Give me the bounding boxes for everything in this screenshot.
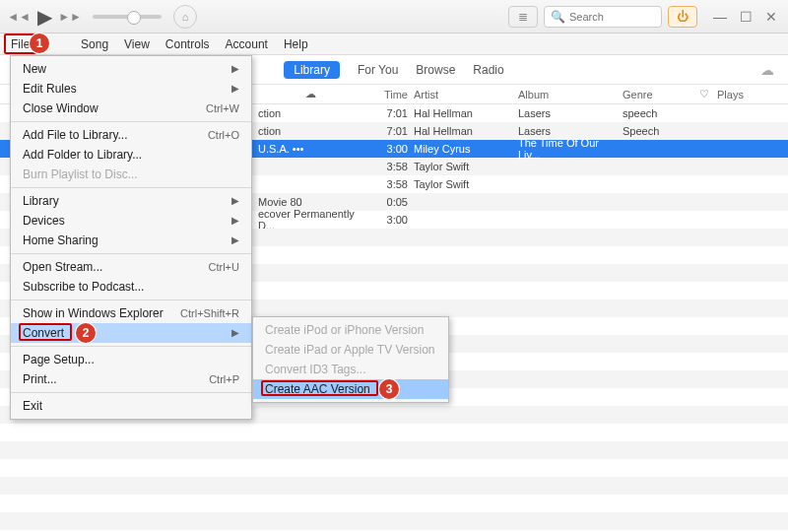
menu-item-convert[interactable]: Convert▶Convert2 <box>11 323 251 343</box>
menu-item-add-folder-to-library-[interactable]: Add Folder to Library... <box>11 145 251 165</box>
convert-submenu: Create iPod or iPhone VersionCreate iPad… <box>252 316 449 403</box>
menu-item-label: Add Folder to Library... <box>23 145 142 165</box>
menu-bar: File 1 Edit Song View Controls Account H… <box>0 33 788 55</box>
shortcut-label: Ctrl+O <box>208 125 239 145</box>
col-love[interactable]: ♡ <box>691 88 717 100</box>
cloud-icon[interactable]: ☁ <box>760 62 774 78</box>
cell-artist: Hal Hellman <box>414 107 518 119</box>
submenu-arrow-icon: ▶ <box>231 211 239 231</box>
col-time[interactable]: Time <box>364 89 414 100</box>
menu-item-label: Print... <box>23 369 57 389</box>
list-icon: ≣ <box>518 10 528 24</box>
player-toolbar: ◄◄ ▶ ►► ⌂ ≣ 🔍 ⏻ — ☐ ✕ <box>0 0 788 33</box>
tab-for-you[interactable]: For You <box>358 63 398 77</box>
minimize-button[interactable]: — <box>711 9 729 25</box>
maximize-button[interactable]: ☐ <box>737 9 755 25</box>
menu-item-label: Open Stream... <box>23 257 102 277</box>
cell-time: 3:58 <box>364 178 414 190</box>
submenu-arrow-icon: ▶ <box>231 191 239 211</box>
search-icon: 🔍 <box>551 10 565 24</box>
col-genre[interactable]: Genre <box>623 89 691 100</box>
list-view-button[interactable]: ≣ <box>508 6 538 28</box>
tab-browse[interactable]: Browse <box>416 63 455 77</box>
menu-item-label: Add File to Library... <box>23 125 128 145</box>
callout-1: 1 <box>30 33 49 53</box>
play-button[interactable]: ▶ <box>33 6 55 28</box>
submenu-item-create-aac-version[interactable]: Create AAC VersionCreate AAC Version3 <box>253 379 448 399</box>
menu-item-print-[interactable]: Print...Ctrl+P <box>11 369 251 389</box>
menu-item-close-window[interactable]: Close WindowCtrl+W <box>11 99 251 118</box>
menu-help[interactable]: Help <box>276 33 316 54</box>
menu-item-label: Close Window <box>23 99 98 118</box>
toolbar-right: ≣ 🔍 ⏻ — ☐ ✕ <box>508 6 780 28</box>
cell-time: 3:58 <box>364 161 414 172</box>
airplay-button[interactable]: ⌂ <box>173 5 197 29</box>
menu-item-new[interactable]: New▶ <box>11 59 251 79</box>
menu-item-label: Show in Windows Explorer <box>23 303 164 323</box>
cell-name: ction <box>256 125 364 137</box>
tab-library[interactable]: Library <box>284 61 340 79</box>
menu-item-label: Burn Playlist to Disc... <box>23 165 138 184</box>
search-input[interactable] <box>569 11 648 23</box>
cell-artist: Hal Hellman <box>414 125 518 137</box>
menu-item-library[interactable]: Library▶ <box>11 191 251 211</box>
cell-album: Lasers <box>518 107 623 119</box>
menu-item-label: Convert <box>23 323 64 343</box>
menu-item-edit-rules[interactable]: Edit Rules▶ <box>11 79 251 99</box>
menu-item-add-file-to-library-[interactable]: Add File to Library...Ctrl+O <box>11 125 251 145</box>
menu-account[interactable]: Account <box>218 33 276 54</box>
col-album[interactable]: Album <box>518 89 623 100</box>
cell-name: U.S.A. ••• <box>256 143 364 155</box>
playback-controls: ◄◄ ▶ ►► ⌂ <box>8 5 197 29</box>
airplay-icon: ⌂ <box>182 11 189 23</box>
menu-controls[interactable]: Controls <box>158 33 218 54</box>
cell-album: The Time Of Our Liv... <box>518 137 623 161</box>
menu-view[interactable]: View <box>116 33 158 54</box>
cell-artist: Miley Cyrus <box>414 143 518 155</box>
cell-album: Lasers <box>518 125 623 137</box>
submenu-item-label: Create iPod or iPhone Version <box>265 323 424 337</box>
close-button[interactable]: ✕ <box>762 9 780 25</box>
menu-item-label: Edit Rules <box>23 79 77 99</box>
callout-2: 2 <box>76 323 96 343</box>
cell-time: 0:05 <box>364 196 414 208</box>
menu-item-devices[interactable]: Devices▶ <box>11 211 251 231</box>
submenu-arrow-icon: ▶ <box>231 231 239 250</box>
menu-item-exit[interactable]: Exit <box>11 396 251 416</box>
menu-item-label: Subscribe to Podcast... <box>23 277 144 297</box>
menu-song[interactable]: Song <box>73 33 116 54</box>
col-artist[interactable]: Artist <box>414 89 518 100</box>
volume-slider[interactable] <box>93 15 162 19</box>
cell-time: 7:01 <box>364 125 414 137</box>
search-field[interactable]: 🔍 <box>544 6 662 28</box>
menu-item-subscribe-to-podcast-[interactable]: Subscribe to Podcast... <box>11 277 251 297</box>
menu-item-burn-playlist-to-disc-: Burn Playlist to Disc... <box>11 165 251 184</box>
cell-genre: speech <box>623 107 691 119</box>
menu-item-home-sharing[interactable]: Home Sharing▶ <box>11 231 251 250</box>
tab-radio[interactable]: Radio <box>473 63 503 77</box>
cell-name: ction <box>256 107 364 119</box>
cell-genre: Speech <box>623 125 691 137</box>
callout-3: 3 <box>379 379 399 399</box>
cloud-icon: ☁ <box>305 88 316 100</box>
menu-item-open-stream-[interactable]: Open Stream...Ctrl+U <box>11 257 251 277</box>
heart-icon: ♡ <box>699 88 709 100</box>
prev-track-button[interactable]: ◄◄ <box>8 6 30 28</box>
col-cloud[interactable]: ☁ <box>256 88 364 100</box>
menu-file[interactable]: File 1 <box>4 33 36 54</box>
submenu-arrow-icon: ▶ <box>231 323 239 343</box>
menu-item-page-setup-[interactable]: Page Setup... <box>11 350 251 369</box>
menu-item-show-in-windows-explorer[interactable]: Show in Windows ExplorerCtrl+Shift+R <box>11 303 251 323</box>
shortcut-label: Ctrl+U <box>209 257 239 277</box>
shortcut-label: Ctrl+W <box>206 99 239 118</box>
next-track-button[interactable]: ►► <box>59 6 81 28</box>
menu-item-label: Page Setup... <box>23 350 95 369</box>
cell-time: 3:00 <box>364 143 414 155</box>
submenu-arrow-icon: ▶ <box>231 79 239 99</box>
menu-item-label: Exit <box>23 396 42 416</box>
submenu-item-label: Create iPad or Apple TV Version <box>265 343 435 357</box>
col-plays[interactable]: Plays <box>717 89 766 100</box>
account-button[interactable]: ⏻ <box>668 6 697 28</box>
menu-item-label: Library <box>23 191 59 211</box>
menu-item-label: Devices <box>23 211 65 231</box>
